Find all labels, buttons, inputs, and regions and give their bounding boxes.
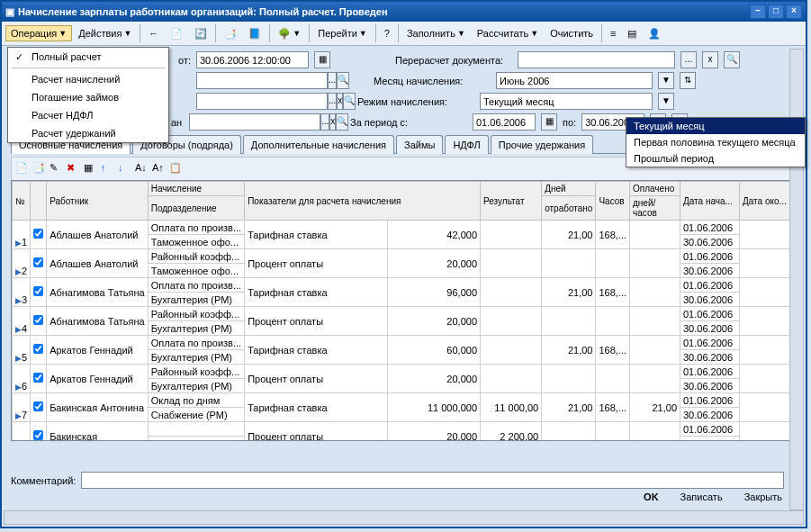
calc-menu[interactable]: Рассчитать ▼ (472, 25, 544, 41)
row-checkbox[interactable] (33, 344, 43, 354)
row-checkbox[interactable] (33, 401, 43, 411)
sort-asc-icon[interactable]: A↓ (135, 162, 149, 176)
col-paid2[interactable]: дней/часов (630, 196, 680, 221)
maximize-button[interactable]: □ (768, 5, 784, 19)
mode-opt-prev[interactable]: Прошлый период (626, 150, 805, 167)
move-dn-icon[interactable]: ↓ (118, 162, 132, 176)
calendar-from-icon[interactable]: ▦ (314, 51, 330, 68)
table-row[interactable]: ▶3Абнагимова ТатьянаОплата по произв...Т… (13, 278, 796, 293)
horizontal-scrollbar[interactable] (4, 510, 804, 525)
op-full-calc[interactable]: Полный расчет (8, 48, 168, 66)
pick-icon[interactable]: 👤 (643, 25, 666, 42)
table-row[interactable]: ▶5Аркатов ГеннадийОплата по произв...Тар… (13, 336, 796, 350)
operation-menu[interactable]: Операция ▼ (5, 25, 72, 41)
period-from-cal-icon[interactable]: ▦ (541, 113, 557, 131)
recalc-clear-icon[interactable]: x (702, 51, 718, 68)
col-no[interactable]: № (13, 182, 31, 221)
fill-menu[interactable]: Заполнить ▼ (401, 25, 471, 41)
recalc-ellipsis-icon[interactable]: ... (680, 51, 697, 68)
row-checkbox[interactable] (33, 229, 43, 239)
mode-input[interactable] (480, 93, 653, 110)
table-row[interactable]: ▶6Аркатов ГеннадийРайонный коэфф...Проце… (13, 365, 796, 379)
dept-ellipsis-icon[interactable]: ... (328, 93, 337, 110)
table-row[interactable]: ▶8БакинскаяПроцент оплаты20,0002 200,000… (13, 422, 796, 437)
col-paid[interactable]: Оплачено (630, 182, 680, 196)
dept-search-icon[interactable]: 🔍 (343, 93, 356, 110)
form-mode-icon[interactable]: ▤ (622, 25, 642, 42)
dept-input[interactable] (196, 93, 328, 110)
goto-menu[interactable]: Перейти ▼ (312, 25, 373, 41)
sort-desc-icon[interactable]: A↑ (152, 162, 167, 176)
month-input[interactable] (496, 72, 653, 89)
op-accrual-calc[interactable]: Расчет начислений (8, 70, 168, 88)
find-icon-2[interactable]: 📘 (243, 25, 266, 42)
save-button[interactable]: Записать (673, 489, 730, 505)
row-checkbox[interactable] (33, 286, 43, 296)
op-loan-repay[interactable]: Погашение займов (8, 88, 168, 106)
dept-clear-icon[interactable]: x (337, 93, 343, 110)
row-checkbox[interactable] (33, 430, 43, 440)
tab-ndfl[interactable]: НДФЛ (445, 135, 488, 154)
op-deduct-calc[interactable]: Расчет удержаний (8, 124, 168, 142)
accruals-grid[interactable]: № Работник Начисление Показатели для рас… (11, 180, 797, 441)
col-d1[interactable]: Дата нача... (680, 182, 740, 221)
col-indicators[interactable]: Показатели для расчета начисления (245, 182, 481, 221)
resp-ellipsis-icon[interactable]: ... (320, 113, 329, 131)
table-row[interactable]: ▶4Абнагимова ТатьянаРайонный коэфф...Про… (13, 307, 796, 321)
month-dd-icon[interactable]: ▼ (658, 72, 674, 89)
resp-clear-icon[interactable]: x (329, 113, 336, 131)
period-from-input[interactable] (473, 113, 536, 131)
op-ndfl-calc[interactable]: Расчет НДФЛ (8, 106, 168, 124)
col-hours[interactable]: Часов (596, 182, 630, 221)
org-search-1-icon[interactable]: 🔍 (337, 72, 349, 89)
org-ellipsis-1-icon[interactable]: ... (328, 72, 337, 89)
table-row[interactable]: ▶2Аблашев АнатолийРайонный коэфф...Проце… (13, 249, 796, 264)
col-days2[interactable]: отработано (542, 196, 596, 221)
end-edit-icon[interactable]: ▦ (84, 162, 98, 176)
row-checkbox[interactable] (33, 257, 43, 267)
post-doc-icon[interactable]: 📄 (165, 25, 188, 42)
delete-row-icon[interactable]: ✖ (67, 162, 81, 176)
close-form-button[interactable]: Закрыть (737, 489, 789, 505)
col-dept[interactable]: Подразделение (148, 196, 244, 221)
row-checkbox[interactable] (33, 373, 43, 383)
tab-other-deduct[interactable]: Прочие удержания (491, 135, 593, 154)
find-icon-1[interactable]: 📑 (219, 25, 242, 42)
date-from-input[interactable] (196, 51, 309, 68)
table-row[interactable]: ▶7Бакинская АнтонинаОклад по днямТарифна… (13, 393, 796, 408)
resp-input[interactable] (189, 113, 320, 131)
actions-menu[interactable]: Действия ▼ (73, 25, 137, 41)
month-stepper-icon[interactable]: ⇅ (680, 72, 696, 89)
repost-icon[interactable]: 🔄 (189, 25, 212, 42)
move-up-icon[interactable]: ↑ (101, 162, 115, 176)
tab-additional[interactable]: Дополнительные начисления (243, 135, 394, 154)
col-check[interactable] (31, 182, 47, 221)
mode-opt-current[interactable]: Текущий месяц (626, 118, 805, 134)
clear-button[interactable]: Очистить (545, 25, 599, 41)
row-checkbox[interactable] (33, 315, 43, 325)
resp-search-icon[interactable]: 🔍 (336, 113, 348, 131)
col-days[interactable]: Дней (542, 182, 596, 196)
col-result[interactable]: Результат (481, 182, 542, 221)
col-accrual[interactable]: Начисление (148, 182, 244, 196)
recalc-search-icon[interactable]: 🔍 (724, 51, 740, 68)
help-button[interactable]: ? (379, 25, 395, 41)
ok-button[interactable]: OK (636, 489, 666, 505)
add-copy-icon[interactable]: 📑 (32, 162, 47, 176)
org-input-1[interactable] (196, 72, 328, 89)
col-d2[interactable]: Дата око... (740, 182, 796, 221)
col-worker[interactable]: Работник (47, 182, 149, 221)
mode-opt-first-half[interactable]: Первая половина текущего месяца (626, 134, 805, 150)
nav-back-icon[interactable]: ← (143, 25, 164, 41)
mode-dd-icon[interactable]: ▼ (658, 93, 674, 110)
tree-icon[interactable]: 🌳 ▼ (273, 25, 306, 42)
list-mode-icon[interactable]: ≡ (605, 25, 621, 41)
tab-loans[interactable]: Займы (396, 135, 443, 154)
recalc-input[interactable] (518, 51, 675, 68)
add-row-icon[interactable]: 📄 (15, 162, 30, 176)
edit-row-icon[interactable]: ✎ (50, 162, 64, 176)
pick-row-icon[interactable]: 📋 (169, 162, 184, 176)
table-row[interactable]: ▶1Аблашев АнатолийОплата по произв...Тар… (13, 221, 796, 235)
close-button[interactable]: × (786, 5, 802, 19)
minimize-button[interactable]: – (750, 5, 766, 19)
